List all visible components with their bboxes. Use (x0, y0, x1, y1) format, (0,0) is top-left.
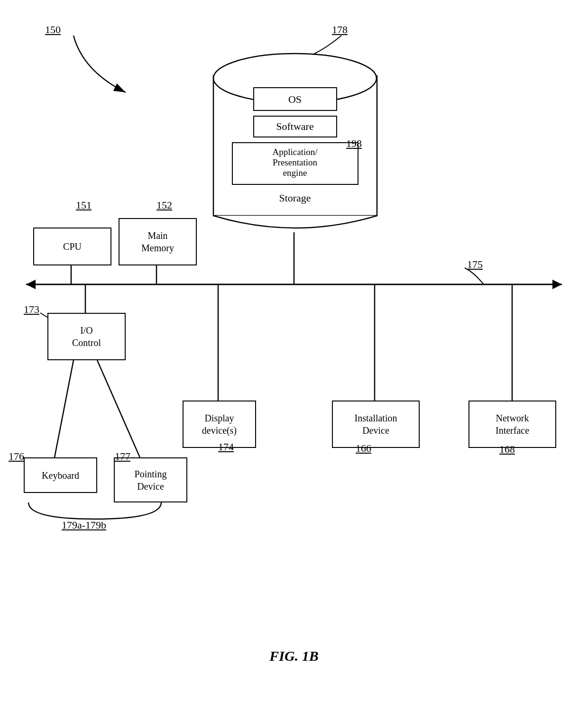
ref-152: 152 (156, 199, 172, 211)
ref-174: 174 (218, 441, 234, 453)
ref-150: 150 (45, 24, 61, 36)
svg-marker-1 (26, 280, 36, 289)
pointing-device-box: Pointing Device (114, 457, 187, 502)
figure-label: FIG. 1B (0, 648, 588, 664)
ref-198: 198 (346, 137, 362, 150)
diagram: 150 OS Software Application/ Presentatio… (0, 0, 588, 702)
installation-device-box: Installation Device (332, 401, 420, 448)
network-interface-box: Network Interface (469, 401, 556, 448)
svg-text:Presentation: Presentation (273, 157, 317, 167)
ref-176: 176 (9, 450, 24, 463)
ref-166: 166 (356, 442, 371, 455)
io-control-box: I/O Control (47, 313, 126, 360)
ref-151: 151 (76, 199, 92, 211)
keyboard-box: Keyboard (24, 457, 97, 493)
svg-marker-2 (552, 280, 562, 289)
ref-178: 178 (332, 24, 348, 36)
svg-line-11 (97, 360, 140, 457)
ref-179: 179a-179b (62, 519, 106, 531)
svg-text:Application/: Application/ (273, 147, 318, 157)
ref-173: 173 (24, 303, 39, 316)
svg-text:engine: engine (283, 168, 307, 178)
svg-text:Storage: Storage (279, 192, 311, 204)
main-memory-box: Main Memory (119, 218, 197, 265)
svg-text:OS: OS (288, 93, 302, 105)
ref-177: 177 (115, 450, 130, 463)
svg-text:Software: Software (276, 120, 313, 132)
ref-168: 168 (499, 443, 515, 456)
cpu-box: CPU (33, 228, 111, 265)
ref-175: 175 (467, 258, 483, 271)
svg-line-10 (55, 360, 74, 457)
